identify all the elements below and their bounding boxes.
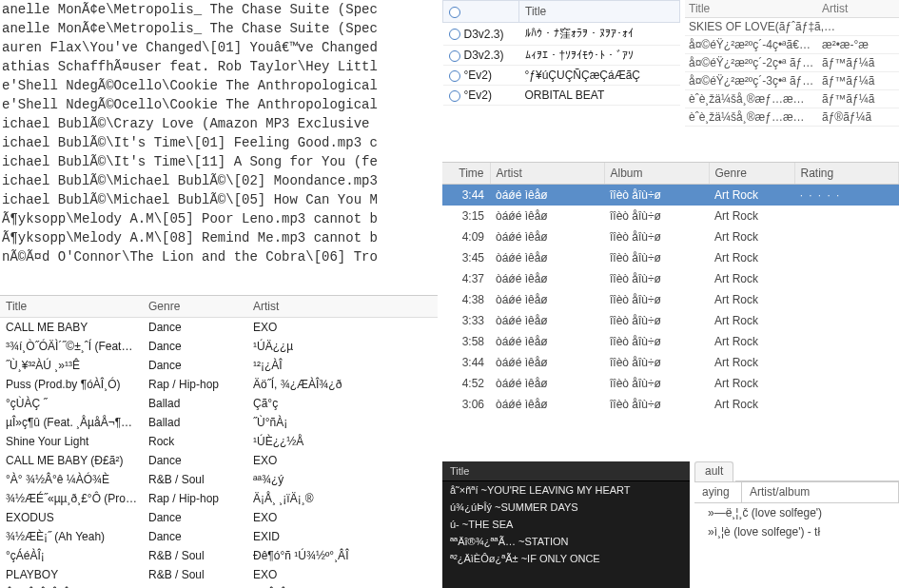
cell: òáǿé ìêåø xyxy=(490,373,604,394)
list-item[interactable]: å˜×ñªí ~YOU'RE LEAVING MY HEART xyxy=(442,481,690,499)
col-lib-album[interactable]: Album xyxy=(604,163,709,185)
table-row[interactable]: CALL ME BABY (Ð£ã²)DanceEXO xyxy=(0,451,438,470)
cell: Art Rock xyxy=(709,268,794,289)
col-lib-genre[interactable]: Genre xyxy=(709,163,794,185)
track-table[interactable]: Title Genre Artist CALL ME BABYDanceEXO³… xyxy=(0,296,438,588)
cell: òáǿé ìêåø xyxy=(490,268,604,289)
cell: °çÙÀÇ ˝ xyxy=(0,394,143,413)
table-row[interactable]: ¾½ÆÉ˝«µµ¸ð¸£°Ô (Prod…Rap / Hip-hopÄ¡Å¸ ¸… xyxy=(0,489,438,508)
table-row[interactable]: Shine Your LightRock¹ÚÈ¿¿½Å xyxy=(0,432,438,451)
col-tag-version[interactable] xyxy=(443,1,519,23)
table-row[interactable]: 4:38òáǿé ìêåøîîèò åîù÷øArt Rock xyxy=(442,289,899,310)
table-row[interactable]: °çÁéÀÎ¡R&B / SoulÐê¶ó°ñ ¹Ú¾½º°¸ÂÎ xyxy=(0,546,438,565)
table-row[interactable]: D3v2.3)ﾑｨｦｴ・†ｿｦｲﾓｳ･ﾄ・ﾞｱｿ xyxy=(443,46,680,66)
table-row[interactable]: 4:52òáǿé ìêåøîîèò åîù÷øArt Rock xyxy=(442,373,899,394)
cell: Art Rock xyxy=(709,206,794,226)
dark-title-pane: Title å˜×ñªí ~YOU'RE LEAVING MY HEARTú¾¿… xyxy=(442,461,690,588)
table-row[interactable]: 4:09òáǿé ìêåøîîèò åîù÷øArt Rock xyxy=(442,226,899,247)
list-item[interactable]: ú- ~THE SEA xyxy=(442,516,690,533)
tab-bar: ault xyxy=(694,461,899,482)
cell: 3:45 xyxy=(442,247,490,268)
table-row[interactable]: °çÙÀÇ ˝BalladÇã°ç xyxy=(0,394,438,413)
table-row[interactable]: 3:44òáǿé ìêåøîîèò åîù÷øArt Rock xyxy=(442,352,899,373)
cell: Ballad xyxy=(143,394,247,413)
cell: îîèò åîù÷ø xyxy=(604,352,709,373)
table-row[interactable]: °Ev2)ORBITAL BEAT xyxy=(443,86,680,106)
cell: òáǿé ìêåø xyxy=(490,206,604,226)
cell: 4:37 xyxy=(442,268,490,289)
cell: Shine Your Light xyxy=(0,432,143,451)
cell: ãƒ™ãƒ¼ã xyxy=(818,72,899,90)
table-row[interactable]: å¤©éŸ¿²æ²ºç´-4ç•ªã€‰å…æ²•æ-°æ xyxy=(685,36,899,54)
list-item[interactable]: ªªÄî®¾¿ªªÃ… ~STATION xyxy=(442,533,690,550)
table-row[interactable]: µÎ»ç¶û (Feat. ¸ÅµåÅ¬¶ó…Ballad˝Ù°ñÀ¡ xyxy=(0,413,438,432)
list-item[interactable]: ú¾¿úÞÎý ~SUMMER DAYS xyxy=(442,499,690,516)
cell: Dance xyxy=(143,318,247,338)
table-row[interactable]: å¤©éŸ¿²æ²ºç´-3ç•ª ãƒ‹Ÿ…ãƒ™ãƒ¼ã xyxy=(685,72,899,90)
tab-aying[interactable]: aying xyxy=(694,482,742,502)
status-icon xyxy=(449,70,460,82)
table-row[interactable]: ˝Ù¸¥³²ÀÚ ¸»¹³ÊDance¹²¡¿ÀÎ xyxy=(0,356,438,375)
table-row[interactable]: 3:58òáǿé ìêåøîîèò åîù÷øArt Rock xyxy=(442,331,899,352)
cell xyxy=(794,331,899,352)
cell: òáǿé ìêåø xyxy=(490,352,604,373)
table-row[interactable]: °Ev2)°ƒ¥úÇUÇÑÇæÇáÆãÇ xyxy=(443,66,680,86)
table-row[interactable]: 3:06òáǿé ìêåøîîèò åîù÷øArt Rock xyxy=(442,394,899,415)
tag-table[interactable]: Title D3v2.3)ﾙﾊ゙ｳ・ﾅ窪ｫﾗｦ・ﾇｦｱ･ｫｲD3v2.3)ﾑｨｦ… xyxy=(442,0,680,106)
list-item[interactable]: »—ë¸¦¸č (love solfege') xyxy=(694,503,899,522)
table-row[interactable]: 4:37òáǿé ìêåøîîèò åîù÷øArt Rock xyxy=(442,268,899,289)
cell: ãƒ®ãƒ¼ã xyxy=(818,108,899,127)
log-line: nÃ©Ã¤d O'Connor\The Lion and the Cobra\[… xyxy=(0,247,438,266)
cell: Rock xyxy=(143,432,247,451)
cell xyxy=(794,310,899,331)
tab-ault[interactable]: ault xyxy=(694,461,733,481)
col-time[interactable]: Time xyxy=(442,163,490,185)
list-item[interactable]: ª²¿ÄìÈÔø¿ªÃ± ~IF ONLY ONCE xyxy=(442,550,690,567)
col-skies-title[interactable]: Title xyxy=(685,0,818,18)
cell: îîèò åîù÷ø xyxy=(604,226,709,247)
cell: Art Rock xyxy=(709,331,794,352)
table-row[interactable]: Â° êÂºÂºÂºÂ (Feat RSKCêÂºÂºê xyxy=(0,584,438,588)
cell: ¹ÚÈ¿¿½Å xyxy=(247,432,438,451)
table-row[interactable]: ¾½ÆÈ¡˝ (Ah Yeah)DanceEXID xyxy=(0,527,438,546)
table-row[interactable]: PLAYBOYR&B / SoulEXO xyxy=(0,565,438,584)
table-row[interactable]: è­ˆè¸žä¼šå¸®æƒ…æ™…ãƒ™ãƒ¼ã xyxy=(685,90,899,108)
list-item[interactable]: »ì¸¦è (love solfege') - tł xyxy=(694,522,899,541)
cell xyxy=(794,352,899,373)
log-line: ichael BublÃ©\It's Time\[11] A Song for … xyxy=(0,152,438,171)
col-skies-artist[interactable]: Artist xyxy=(818,0,899,18)
table-row[interactable]: EXODUSDanceEXO xyxy=(0,508,438,527)
skies-subtitle-row[interactable]: SKIES OF LOVE(ãƒˆãƒ‡ã,… xyxy=(685,18,899,36)
cell: 3:44 xyxy=(442,185,490,206)
table-row[interactable]: å¤©éŸ¿²æ²ºç´-2ç•ª ãƒÇŸ…ãƒ™ãƒ¼ã xyxy=(685,54,899,72)
cell xyxy=(794,394,899,415)
col-artist[interactable]: Artist xyxy=(247,296,438,318)
table-row[interactable]: 3:44òáǿé ìêåøîîèò åîù÷øArt Rock· · · · · xyxy=(442,185,899,206)
col-artist-album[interactable]: Artist/album xyxy=(742,482,899,502)
dark-header[interactable]: Title xyxy=(442,461,690,481)
table-row[interactable]: D3v2.3)ﾙﾊ゙ｳ・ﾅ窪ｫﾗｦ・ﾇｦｱ･ｫｲ xyxy=(443,23,680,46)
skies-table[interactable]: Title Artist SKIES OF LOVE(ãƒˆãƒ‡ã,… å¤©… xyxy=(685,0,899,127)
table-row[interactable]: 3:45òáǿé ìêåøîîèò åîù÷øArt Rock xyxy=(442,247,899,268)
table-row[interactable]: è­ˆè¸žä¼šå¸®æƒ…æ™…ãƒ®ãƒ¼ã xyxy=(685,108,899,127)
table-row[interactable]: ³¾í¸Ò˝ÓÄÌ´˝©±¸ˆÍ (Feat…Dance¹ÚÄ¿¿µ xyxy=(0,337,438,356)
col-tag-title[interactable]: Title xyxy=(519,1,680,23)
col-title[interactable]: Title xyxy=(0,296,143,318)
table-row[interactable]: °À° ¾½Â°ê ¼ÀÓ¾ÈR&B / Soulªª¾¿ý xyxy=(0,470,438,489)
table-row[interactable]: CALL ME BABYDanceEXO xyxy=(0,318,438,338)
table-row[interactable]: Puss (Prod.by ¶óÀÎ¸Ó)Rap / Hip-hopÄö˝Í, … xyxy=(0,375,438,394)
cell: °çÁéÀÎ¡ xyxy=(0,546,143,565)
cell: Art Rock xyxy=(709,394,794,415)
table-row[interactable]: 3:33òáǿé ìêåøîîèò åîù÷øArt Rock xyxy=(442,310,899,331)
cell: 4:52 xyxy=(442,373,490,394)
cell: Çã°ç xyxy=(247,394,438,413)
cell: EXO xyxy=(247,508,438,527)
table-row[interactable]: 3:15òáǿé ìêåøîîèò åîù÷øArt Rock xyxy=(442,206,899,226)
col-lib-rating[interactable]: Rating xyxy=(794,163,899,185)
cell: Art Rock xyxy=(709,310,794,331)
col-lib-artist[interactable]: Artist xyxy=(490,163,604,185)
log-line: auren Flax\You've Changed\[01] Youâ€™ve … xyxy=(0,38,438,57)
cell xyxy=(143,584,247,588)
library-table[interactable]: Time Artist Album Genre Rating 3:44òáǿé … xyxy=(442,163,899,415)
col-genre[interactable]: Genre xyxy=(143,296,247,318)
